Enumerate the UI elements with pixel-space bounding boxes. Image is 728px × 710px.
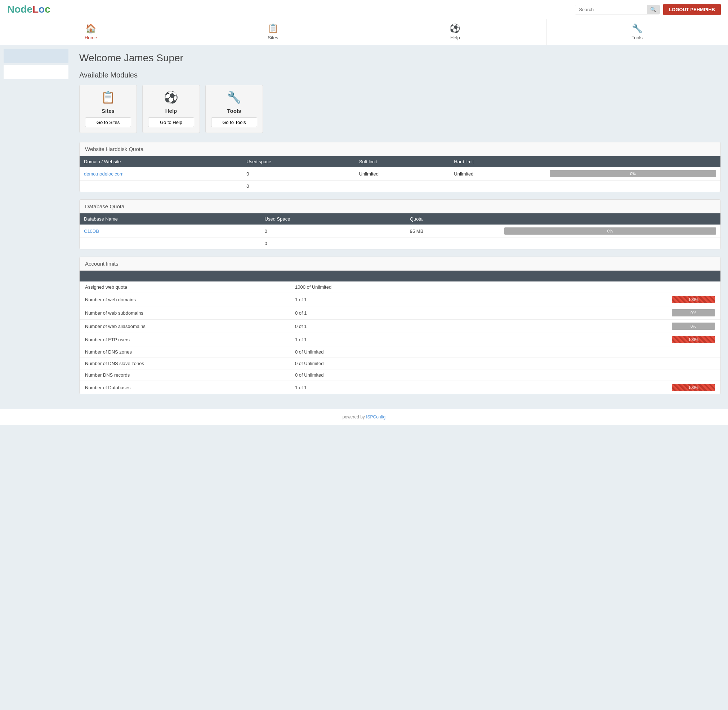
logo: NodeLoc (7, 4, 50, 15)
db-total-value: 0 (261, 238, 406, 249)
total-bar (545, 180, 721, 192)
table-row: 0 (80, 238, 721, 249)
db-name-cell: C10DB (80, 224, 261, 238)
logout-button[interactable]: LOGOUT РEHMPIНB (663, 4, 721, 15)
nav-help[interactable]: ⚽ Help (364, 19, 546, 45)
hard-limit-cell: Unlimited (450, 167, 545, 180)
limits-row-label: Number of FTP users (85, 337, 295, 342)
limits-row-label: Assigned web quota (85, 285, 295, 290)
database-quota-header: Database Name Used Space Quota (80, 213, 721, 224)
module-tools-icon: 🔧 (227, 91, 241, 104)
db-total-label (80, 238, 261, 249)
col-bar (545, 156, 721, 167)
footer: powered by ISPConfig (0, 409, 728, 425)
col-db-used: Used Space (261, 213, 406, 224)
logo-loc-c: c (45, 4, 50, 15)
go-to-help-button[interactable]: Go to Help (148, 117, 194, 127)
col-db-name: Database Name (80, 213, 261, 224)
db-total-bar (500, 238, 721, 249)
account-limits-title: Account limits (80, 257, 721, 271)
limits-bar-container: 100% (505, 384, 715, 391)
quota-progress-bar: 0% (550, 170, 716, 178)
search-input[interactable] (575, 5, 647, 14)
logo-loc-l: L (32, 4, 38, 15)
limits-progress-bar: 100% (672, 336, 715, 343)
module-card-tools: 🔧 Tools Go to Tools (205, 85, 263, 133)
limits-row-value: 0 of Unlimited (295, 372, 505, 378)
limits-rows: Assigned web quota1000 of UnlimitedNumbe… (80, 282, 721, 394)
db-total-quota (406, 238, 500, 249)
module-sites-icon: 📋 (101, 91, 115, 104)
table-row: 0 (80, 180, 721, 192)
limits-row-value: 1000 of Unlimited (295, 285, 505, 290)
bar-label: 0% (630, 172, 636, 176)
bar-cell: 0% (545, 167, 721, 180)
footer-link[interactable]: ISPConfig (366, 414, 385, 420)
limits-bar-label: 100% (688, 297, 699, 302)
nav-tools[interactable]: 🔧 Tools (546, 19, 728, 45)
website-quota-table: Domain / Website Used space Soft limit H… (80, 156, 721, 192)
nav-home-label: Home (85, 35, 97, 40)
limits-row-value: 1 of 1 (295, 385, 505, 390)
header-right: 🔍 LOGOUT РEHMPIНB (575, 4, 721, 15)
limits-bar-label: 100% (688, 385, 699, 390)
website-quota-section: Website Harddisk Quota Domain / Website … (79, 142, 721, 192)
domain-link[interactable]: demo.nodeloc.com (84, 171, 123, 177)
search-button[interactable]: 🔍 (647, 5, 659, 14)
nav-sites[interactable]: 📋 Sites (182, 19, 365, 45)
module-help-title: Help (166, 108, 177, 114)
go-to-sites-button[interactable]: Go to Sites (85, 117, 131, 127)
db-name-link[interactable]: C10DB (84, 229, 99, 234)
footer-text: powered by (343, 414, 366, 420)
database-quota-table: Database Name Used Space Quota C10DB 0 9… (80, 213, 721, 249)
limits-progress-bar: 0% (672, 323, 715, 330)
content: Welcome James Super Available Modules 📋 … (0, 45, 728, 409)
limits-row-value: 0 of 1 (295, 324, 505, 329)
col-used-space: Used space (242, 156, 354, 167)
limits-progress-bar: 100% (672, 296, 715, 303)
module-card-help: ⚽ Help Go to Help (142, 85, 200, 133)
used-space-cell: 0 (242, 167, 354, 180)
sidebar-bottom-box (4, 65, 69, 79)
limits-progress-bar: 100% (672, 384, 715, 391)
sidebar-top-box (4, 48, 69, 63)
website-quota-header: Domain / Website Used space Soft limit H… (80, 156, 721, 167)
col-db-quota: Quota (406, 213, 500, 224)
limits-row: Number of DNS zones0 of Unlimited (80, 346, 721, 358)
db-bar-label: 0% (607, 229, 613, 233)
limits-row-label: Number of Databases (85, 385, 295, 390)
db-quota-cell: 95 MB (406, 224, 500, 238)
logo-loc-o: o (38, 4, 45, 15)
col-hard-limit: Hard limit (450, 156, 545, 167)
modules-title: Available Modules (79, 71, 721, 79)
database-quota-title: Database Quota (80, 200, 721, 213)
db-bar-cell: 0% (500, 224, 721, 238)
go-to-tools-button[interactable]: Go to Tools (211, 117, 257, 127)
limits-bar-label: 100% (688, 337, 699, 342)
limits-row: Number of DNS slave zones0 of Unlimited (80, 358, 721, 370)
limits-row: Number of FTP users1 of 1100% (80, 333, 721, 346)
total-soft (355, 180, 450, 192)
limits-row-label: Number DNS records (85, 372, 295, 378)
logo-node: Node (7, 4, 32, 15)
module-sites-title: Sites (102, 108, 114, 114)
limits-bar-label: 0% (690, 311, 696, 315)
limits-row-value: 1 of 1 (295, 297, 505, 302)
limits-progress-bar: 0% (672, 309, 715, 317)
nav-home[interactable]: 🏠 Home (0, 19, 182, 45)
domain-cell: demo.nodeloc.com (80, 167, 242, 180)
limits-row: Number of web subdomains0 of 10% (80, 307, 721, 320)
limits-row-label: Number of web domains (85, 297, 295, 302)
limits-row-value: 0 of Unlimited (295, 361, 505, 366)
website-quota-title: Website Harddisk Quota (80, 142, 721, 156)
limits-row-label: Number of web subdomains (85, 310, 295, 316)
limits-row-label: Number of DNS zones (85, 349, 295, 355)
account-limits-section: Account limits Assigned web quota1000 of… (79, 257, 721, 394)
table-row: demo.nodeloc.com 0 Unlimited Unlimited 0… (80, 167, 721, 180)
main-content: Welcome James Super Available Modules 📋 … (72, 45, 728, 409)
limits-row: Assigned web quota1000 of Unlimited (80, 282, 721, 293)
limits-row-label: Number of web aliasdomains (85, 324, 295, 329)
limits-bar-container: 100% (505, 296, 715, 303)
limits-bar-container: 0% (505, 309, 715, 317)
col-domain: Domain / Website (80, 156, 242, 167)
